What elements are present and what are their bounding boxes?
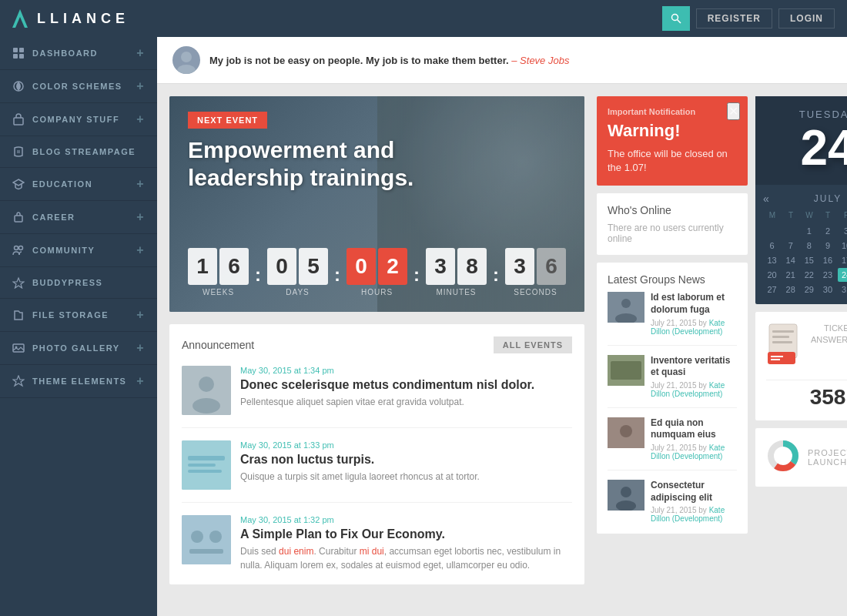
calendar-day[interactable]: 14 [782, 253, 799, 267]
calendar-day[interactable]: 27 [763, 283, 781, 296]
calendar-day[interactable]: 22 [800, 268, 818, 282]
countdown-hours-label: HOURS [361, 288, 393, 296]
svg-rect-46 [772, 341, 792, 343]
calendar-day[interactable]: 8 [800, 239, 818, 253]
calendar-day[interactable]: 15 [800, 253, 818, 267]
quote-avatar [172, 46, 200, 74]
countdown-days-0: 0 [267, 248, 296, 285]
calendar-day[interactable]: 10 [838, 239, 847, 253]
sidebar-item-education[interactable]: EDUCATION + [0, 168, 157, 201]
svg-point-40 [621, 487, 631, 497]
calendar-day[interactable]: 21 [782, 268, 799, 282]
calendar-day[interactable]: 2 [819, 224, 836, 238]
blog-streampage-icon [12, 146, 25, 158]
whos-online-title: Who's Online [608, 204, 737, 216]
photo-gallery-icon [12, 342, 25, 354]
tickets-label: TICKETSANSWERED [811, 323, 847, 346]
svg-rect-26 [188, 464, 216, 467]
sidebar-label-company-stuff: COMPANY STUFF [32, 115, 119, 124]
svg-point-22 [199, 377, 214, 392]
calendar-day[interactable]: 30 [819, 283, 836, 296]
latest-groups-title: Latest Groups News [608, 273, 737, 286]
countdown-minutes-0: 3 [426, 248, 455, 285]
notification-close-button[interactable]: ✕ [727, 102, 740, 120]
svg-rect-6 [13, 54, 18, 59]
calendar-day[interactable]: 6 [763, 239, 781, 253]
announcement-image-2 [182, 440, 231, 490]
ann-excerpt-link-2[interactable]: mi dui [360, 546, 384, 557]
announcement-headline-2[interactable]: Cras non luctus turpis. [240, 453, 480, 467]
quote-body: My job is not be easy on people. My job … [209, 55, 509, 66]
hero-overlay: NEXT EVENT Empowerment and leadership tr… [169, 96, 584, 312]
calendar-day[interactable]: 9 [819, 239, 836, 253]
calendar-day[interactable]: 31 [838, 283, 847, 296]
svg-rect-17 [13, 344, 24, 352]
calendar-day[interactable]: 7 [782, 239, 799, 253]
announcement-headline-1[interactable]: Donec scelerisque metus condimentum nisl… [240, 378, 534, 392]
calendar-day[interactable]: 29 [800, 283, 818, 296]
announcement-headline-3[interactable]: A Simple Plan to Fix Our Economy. [240, 527, 572, 541]
ann-excerpt-link[interactable]: dui enim [279, 546, 313, 557]
group-news-meta-4: July 21, 2015 by Kate Dillon (Developmen… [651, 506, 737, 523]
calendar-date-header: TUESDAY 24 [755, 96, 847, 185]
sidebar-item-dashboard[interactable]: DASHBOARD + [0, 37, 157, 70]
countdown-weeks: 1 6 WEEKS [188, 248, 249, 296]
search-button[interactable] [662, 6, 690, 31]
group-news-headline-1: Id est laborum et dolorum fuga [651, 292, 737, 316]
svg-rect-25 [188, 456, 225, 460]
latest-groups-card: Latest Groups News Id est laborum et dol… [597, 263, 748, 534]
sidebar-label-color-schemes: COLOR SCHEMES [32, 82, 122, 91]
sidebar-plus-theme-elements: + [136, 374, 145, 388]
sidebar-item-community[interactable]: COMMUNITY + [0, 234, 157, 267]
ticket-icon [766, 323, 803, 366]
sidebar-item-theme-elements[interactable]: THEME ELEMENTS + [0, 365, 157, 398]
sidebar-label-community: COMMUNITY [32, 246, 95, 255]
sidebar-item-color-schemes[interactable]: COLOR SCHEMES + [0, 70, 157, 103]
color-schemes-icon [12, 80, 25, 92]
calendar-day-today[interactable]: 24 [838, 268, 847, 282]
calendar-day[interactable]: 23 [819, 268, 836, 282]
calendar-weekdays: M T W T F S S [763, 209, 847, 221]
community-icon [12, 244, 25, 256]
calendar-day[interactable]: 1 [800, 224, 818, 238]
countdown-seconds-0: 3 [505, 248, 534, 285]
calendar-day[interactable]: 13 [763, 253, 781, 267]
countdown-hours-1: 2 [378, 248, 407, 285]
countdown-weeks-label: WEEKS [203, 288, 234, 296]
announcement-excerpt-2: Quisque a turpis sit amet ligula laoreet… [240, 470, 480, 484]
all-events-button[interactable]: ALL EVENTS [494, 336, 572, 353]
sidebar-item-blog-streampage[interactable]: BLOG STREAMPAGE [0, 136, 157, 168]
theme-elements-icon [12, 375, 25, 387]
svg-point-14 [15, 246, 18, 250]
sidebar-item-file-storage[interactable]: FILE STORAGE + [0, 299, 157, 332]
svg-rect-7 [19, 54, 24, 59]
calendar-day[interactable]: 28 [782, 283, 799, 296]
calendar-day[interactable]: 3 [838, 224, 847, 238]
sidebar-item-photo-gallery[interactable]: PHOTO GALLERY + [0, 332, 157, 365]
sidebar-label-education: EDUCATION [32, 179, 92, 189]
announcement-image-1 [182, 366, 231, 415]
main-wrapper: DASHBOARD + COLOR SCHEMES + COMPAN [0, 37, 847, 616]
company-stuff-icon [12, 113, 25, 126]
quote-author: – Steve Jobs [511, 55, 569, 66]
svg-marker-12 [13, 179, 24, 186]
svg-point-23 [192, 398, 220, 413]
calendar-grid: « JULY » M T W T F S S [755, 185, 847, 304]
calendar-day[interactable]: 17 [838, 253, 847, 267]
content-body: NEXT EVENT Empowerment and leadership tr… [157, 84, 847, 616]
announcement-item: May 30, 2015 at 1:32 pm A Simple Plan to… [182, 515, 572, 572]
announcement-date-3: May 30, 2015 at 1:32 pm [240, 515, 572, 524]
group-news-item: Inventore veritatis et quasi July 21, 20… [608, 355, 737, 408]
calendar-day[interactable]: 16 [819, 253, 836, 267]
announcement-excerpt-1: Pellentesque aliquet sapien vitae erat g… [240, 395, 534, 409]
calendar-day[interactable]: 20 [763, 268, 781, 282]
logo-text: LLIANCE [37, 11, 129, 27]
sidebar-item-career[interactable]: CAREER + [0, 201, 157, 234]
sidebar-item-buddypress[interactable]: BUDDYPRESS [0, 267, 157, 299]
calendar-prev-button[interactable]: « [763, 192, 769, 205]
register-button[interactable]: REGISTER [696, 8, 772, 28]
countdown-hours: 0 2 HOURS [346, 248, 407, 296]
login-button[interactable]: LOGIN [778, 8, 835, 28]
sidebar-item-company-stuff[interactable]: COMPANY STUFF + [0, 103, 157, 136]
buddypress-icon [12, 276, 25, 289]
